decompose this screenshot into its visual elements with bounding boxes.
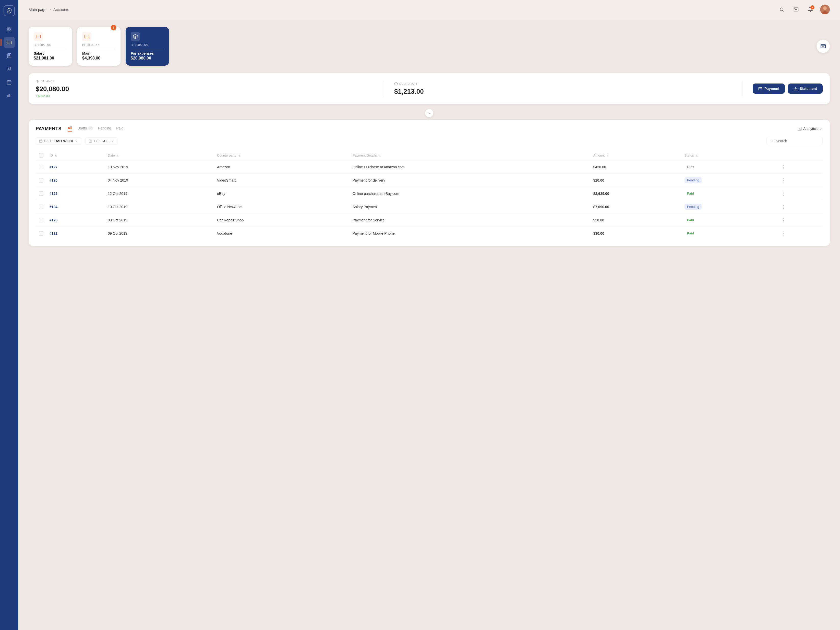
svg-rect-10 [794, 8, 798, 11]
col-id[interactable]: ID ⇅ [46, 150, 105, 160]
main-account-id: BE1985...57 [82, 43, 115, 47]
mail-button[interactable] [791, 5, 801, 14]
row-checkbox-cell [36, 200, 46, 213]
row-counterparty: eBay [214, 187, 349, 200]
row-checkbox[interactable] [39, 178, 43, 183]
payments-table: ID ⇅ Date ⇅ Counterparty ⇅ [36, 150, 823, 240]
sidebar-item-documents[interactable] [3, 50, 15, 61]
row-id[interactable]: #127 [46, 160, 105, 174]
svg-point-7 [10, 68, 11, 69]
expenses-card-divider [131, 49, 164, 49]
row-actions-menu[interactable]: ⋮ [778, 187, 823, 200]
row-id[interactable]: #123 [46, 213, 105, 227]
row-details: Salary Payment [349, 200, 590, 213]
col-counterparty[interactable]: Counterparty ⇅ [214, 150, 349, 160]
payments-title: PAYMENTS [36, 126, 62, 131]
row-checkbox[interactable] [39, 218, 43, 223]
date-filter-value: LAST WEEK [54, 139, 73, 143]
type-filter[interactable]: TYPE ALL [85, 137, 118, 145]
row-id[interactable]: #126 [46, 174, 105, 187]
tab-pending[interactable]: Pending [98, 126, 111, 131]
svg-rect-3 [10, 30, 11, 31]
expenses-account-card[interactable]: BE1985...58 For expenses $20,080.00 [126, 27, 169, 66]
sidebar-item-calendar[interactable] [3, 77, 15, 88]
col-date[interactable]: Date ⇅ [105, 150, 214, 160]
table-row: #126 04 Nov 2019 VideoSmart Payment for … [36, 174, 823, 187]
search-box[interactable] [766, 137, 823, 145]
svg-rect-4 [7, 41, 11, 44]
statement-button[interactable]: Statement [788, 84, 823, 94]
svg-rect-18 [759, 87, 762, 90]
main-account-card[interactable]: 5 BE1985...57 Main $4,398.00 [77, 27, 120, 66]
row-checkbox[interactable] [39, 165, 43, 169]
analytics-button[interactable]: Analytics [797, 127, 823, 131]
breadcrumb-current: Accounts [54, 8, 69, 12]
sidebar-item-cards[interactable] [3, 37, 15, 48]
row-id[interactable]: #124 [46, 200, 105, 213]
row-details: Online Purchase at Amazon.com [349, 160, 590, 174]
row-status: Pending [681, 174, 778, 187]
row-actions-menu[interactable]: ⋮ [778, 174, 823, 187]
row-details: Payment for delivery [349, 174, 590, 187]
table-row: #125 12 Oct 2019 eBay Online purchase at… [36, 187, 823, 200]
row-checkbox[interactable] [39, 191, 43, 196]
row-actions-menu[interactable]: ⋮ [778, 227, 823, 240]
svg-rect-15 [85, 35, 89, 38]
row-actions-menu[interactable]: ⋮ [778, 213, 823, 227]
expenses-card-balance: $20,080.00 [131, 56, 164, 60]
row-actions-menu[interactable]: ⋮ [778, 160, 823, 174]
sidebar-item-dashboard[interactable] [3, 24, 15, 35]
search-input[interactable] [776, 139, 819, 143]
app-logo[interactable] [3, 5, 15, 16]
overdraft-item: OVERDRAFT $1,213.00 [394, 82, 732, 96]
salary-card-icon [34, 32, 43, 41]
svg-rect-5 [7, 54, 11, 58]
row-id[interactable]: #122 [46, 227, 105, 240]
search-button[interactable] [777, 5, 786, 14]
payments-tabs: All Drafts 3 Pending Paid [68, 126, 791, 131]
col-details[interactable]: Payment Details ⇅ [349, 150, 590, 160]
salary-account-card[interactable]: BE1985...56 Salary $21,981.00 [28, 27, 72, 66]
sidebar-item-users[interactable] [3, 63, 15, 74]
svg-rect-0 [7, 27, 9, 29]
avatar[interactable] [820, 5, 830, 14]
tab-paid[interactable]: Paid [116, 126, 123, 131]
sidebar-item-analytics[interactable] [3, 90, 15, 101]
amount-sort-icon: ⇅ [606, 154, 609, 157]
col-status[interactable]: Status ⇅ [681, 150, 778, 160]
row-checkbox[interactable] [39, 231, 43, 236]
row-id[interactable]: #125 [46, 187, 105, 200]
row-counterparty: Car Repair Shop [214, 213, 349, 227]
overdraft-amount: $1,213.00 [394, 88, 732, 96]
row-status: Pending [681, 200, 778, 213]
row-checkbox-cell [36, 213, 46, 227]
header: Main page > Accounts [18, 0, 840, 19]
svg-point-23 [771, 140, 773, 142]
collapse-button[interactable] [425, 109, 433, 117]
tab-all[interactable]: All [68, 126, 72, 131]
svg-rect-2 [7, 30, 9, 31]
table-row: #127 10 Nov 2019 Amazon Online Purchase … [36, 160, 823, 174]
payment-button[interactable]: Payment [753, 84, 785, 94]
col-amount[interactable]: Amount ⇅ [590, 150, 681, 160]
row-checkbox[interactable] [39, 205, 43, 209]
date-filter-label: DATE [44, 139, 52, 143]
row-status: Paid [681, 227, 778, 240]
main-card-badge: 5 [111, 25, 117, 30]
balance-item: BALANCE $20,080.00 +$892.00 [36, 79, 374, 98]
notification-button[interactable]: 1 [806, 5, 815, 14]
svg-rect-14 [36, 35, 41, 38]
salary-card-name: Salary [34, 51, 67, 55]
status-sort-icon: ⇅ [696, 154, 698, 157]
row-actions-menu[interactable]: ⋮ [778, 200, 823, 213]
main-card-divider [82, 49, 115, 49]
add-card-button[interactable] [816, 39, 830, 53]
row-status: Draft [681, 160, 778, 174]
breadcrumb-main[interactable]: Main page [28, 8, 46, 12]
date-filter[interactable]: DATE LAST WEEK [36, 137, 81, 145]
svg-rect-21 [39, 140, 43, 142]
select-all-checkbox[interactable] [39, 153, 43, 158]
balance-divider-2 [742, 81, 742, 96]
notification-badge: 1 [810, 5, 815, 9]
tab-drafts[interactable]: Drafts 3 [77, 126, 93, 131]
